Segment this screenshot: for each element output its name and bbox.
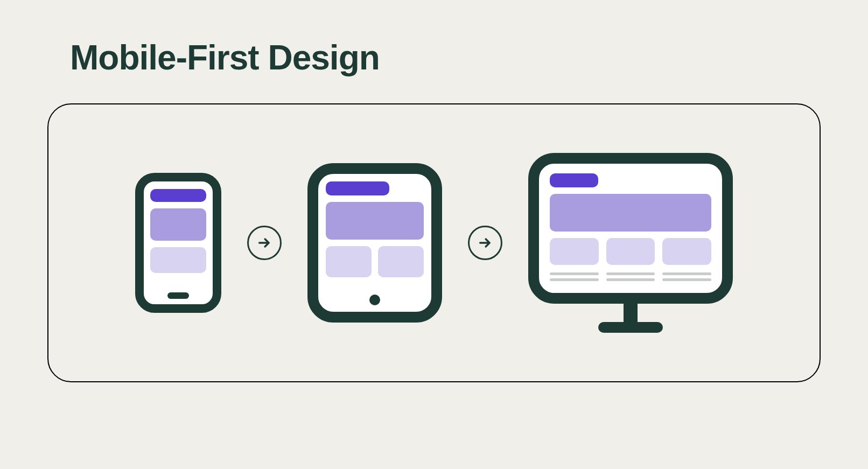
phone-content-block: [150, 247, 206, 273]
desktop-card-3: [662, 238, 711, 265]
phone-header-block: [150, 189, 206, 202]
desktop-monitor: [528, 153, 733, 304]
arrow-right-icon: [247, 226, 282, 260]
device-desktop: [528, 153, 733, 333]
desktop-header-block: [550, 173, 598, 187]
desktop-card-2: [606, 238, 655, 265]
tablet-hero-block: [326, 202, 424, 240]
tablet-card-2: [378, 246, 424, 277]
phone-hero-block: [150, 208, 206, 241]
tablet-card-1: [326, 246, 372, 277]
tablet-home-button-icon: [369, 295, 380, 305]
page-title: Mobile-First Design: [70, 38, 380, 78]
device-phone: [135, 173, 221, 313]
arrow-right-icon: [468, 226, 502, 260]
desktop-text-lines: [550, 272, 711, 281]
desktop-hero-block: [550, 194, 711, 232]
diagram-panel: [47, 103, 821, 382]
tablet-header-block: [326, 181, 389, 195]
device-tablet: [307, 163, 442, 323]
desktop-card-1: [550, 238, 599, 265]
phone-home-button-icon: [167, 292, 189, 299]
monitor-stand-neck: [624, 300, 638, 322]
monitor-stand-base: [598, 322, 663, 333]
device-flow-row: [48, 153, 820, 333]
